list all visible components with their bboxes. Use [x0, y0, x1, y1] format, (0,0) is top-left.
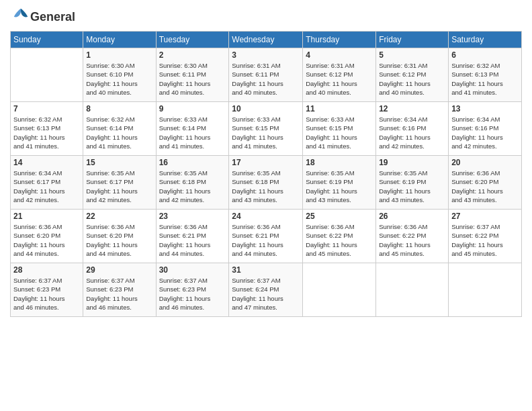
day-number: 9 [159, 104, 226, 113]
day-detail: Sunrise: 6:31 AMSunset: 6:12 PMDaylight:… [379, 61, 445, 97]
week-row-4: 21Sunrise: 6:36 AMSunset: 6:20 PMDayligh… [11, 210, 522, 263]
day-detail: Sunrise: 6:33 AMSunset: 6:14 PMDaylight:… [159, 115, 226, 150]
day-detail: Sunrise: 6:35 AMSunset: 6:19 PMDaylight:… [306, 169, 373, 204]
day-cell: 22Sunrise: 6:36 AMSunset: 6:20 PMDayligh… [83, 210, 156, 263]
day-cell [449, 263, 522, 317]
day-cell: 13Sunrise: 6:34 AMSunset: 6:16 PMDayligh… [449, 102, 522, 156]
day-detail: Sunrise: 6:37 AMSunset: 6:23 PMDaylight:… [86, 276, 152, 312]
day-cell: 17Sunrise: 6:35 AMSunset: 6:18 PMDayligh… [229, 156, 303, 210]
day-cell [11, 48, 83, 102]
col-header-sunday: Sunday [11, 32, 83, 48]
day-number: 19 [379, 158, 445, 167]
day-detail: Sunrise: 6:30 AMSunset: 6:11 PMDaylight:… [159, 61, 226, 97]
day-cell: 14Sunrise: 6:34 AMSunset: 6:17 PMDayligh… [11, 156, 83, 210]
day-detail: Sunrise: 6:36 AMSunset: 6:22 PMDaylight:… [306, 222, 373, 258]
day-detail: Sunrise: 6:34 AMSunset: 6:16 PMDaylight:… [379, 115, 445, 150]
day-detail: Sunrise: 6:33 AMSunset: 6:15 PMDaylight:… [306, 115, 373, 150]
day-number: 8 [86, 104, 152, 113]
day-cell: 7Sunrise: 6:32 AMSunset: 6:13 PMDaylight… [11, 102, 83, 156]
day-cell: 12Sunrise: 6:34 AMSunset: 6:16 PMDayligh… [376, 102, 449, 156]
header: General [10, 7, 522, 28]
day-cell: 20Sunrise: 6:36 AMSunset: 6:20 PMDayligh… [449, 156, 522, 210]
day-detail: Sunrise: 6:34 AMSunset: 6:17 PMDaylight:… [13, 169, 80, 204]
day-number: 22 [86, 212, 152, 221]
day-cell: 24Sunrise: 6:36 AMSunset: 6:21 PMDayligh… [229, 210, 303, 263]
day-number: 26 [379, 212, 445, 221]
day-cell: 28Sunrise: 6:37 AMSunset: 6:23 PMDayligh… [11, 263, 83, 317]
day-detail: Sunrise: 6:35 AMSunset: 6:17 PMDaylight:… [86, 169, 152, 204]
day-cell: 6Sunrise: 6:32 AMSunset: 6:13 PMDaylight… [449, 48, 522, 102]
day-number: 14 [13, 158, 80, 167]
day-number: 17 [232, 158, 300, 167]
day-cell: 19Sunrise: 6:35 AMSunset: 6:19 PMDayligh… [376, 156, 449, 210]
day-number: 18 [306, 158, 373, 167]
col-header-saturday: Saturday [449, 32, 522, 48]
week-row-1: 1Sunrise: 6:30 AMSunset: 6:10 PMDaylight… [11, 48, 522, 102]
day-cell: 8Sunrise: 6:32 AMSunset: 6:14 PMDaylight… [83, 102, 156, 156]
week-row-2: 7Sunrise: 6:32 AMSunset: 6:13 PMDaylight… [11, 102, 522, 156]
day-cell: 30Sunrise: 6:37 AMSunset: 6:23 PMDayligh… [156, 263, 229, 317]
calendar-table: SundayMondayTuesdayWednesdayThursdayFrid… [10, 31, 522, 317]
day-cell: 3Sunrise: 6:31 AMSunset: 6:11 PMDaylight… [229, 48, 303, 102]
day-number: 27 [451, 212, 519, 221]
day-number: 12 [379, 104, 445, 113]
day-number: 16 [159, 158, 226, 167]
col-header-friday: Friday [376, 32, 449, 48]
week-row-3: 14Sunrise: 6:34 AMSunset: 6:17 PMDayligh… [11, 156, 522, 210]
col-header-tuesday: Tuesday [156, 32, 229, 48]
day-number: 11 [306, 104, 373, 113]
day-detail: Sunrise: 6:30 AMSunset: 6:10 PMDaylight:… [86, 61, 152, 97]
day-number: 31 [232, 265, 300, 275]
day-detail: Sunrise: 6:36 AMSunset: 6:21 PMDaylight:… [232, 222, 300, 258]
day-number: 23 [159, 212, 226, 221]
day-number: 21 [13, 212, 80, 221]
day-cell: 16Sunrise: 6:35 AMSunset: 6:18 PMDayligh… [156, 156, 229, 210]
day-detail: Sunrise: 6:37 AMSunset: 6:23 PMDaylight:… [13, 276, 80, 312]
day-number: 4 [306, 50, 373, 60]
day-detail: Sunrise: 6:33 AMSunset: 6:15 PMDaylight:… [232, 115, 300, 150]
day-detail: Sunrise: 6:34 AMSunset: 6:16 PMDaylight:… [451, 115, 519, 150]
day-cell: 31Sunrise: 6:37 AMSunset: 6:24 PMDayligh… [229, 263, 303, 317]
day-detail: Sunrise: 6:36 AMSunset: 6:20 PMDaylight:… [86, 222, 152, 258]
day-detail: Sunrise: 6:36 AMSunset: 6:20 PMDaylight:… [13, 222, 80, 258]
day-detail: Sunrise: 6:37 AMSunset: 6:24 PMDaylight:… [232, 276, 300, 312]
day-detail: Sunrise: 6:35 AMSunset: 6:19 PMDaylight:… [379, 169, 445, 204]
day-number: 20 [451, 158, 519, 167]
day-cell: 4Sunrise: 6:31 AMSunset: 6:12 PMDaylight… [303, 48, 376, 102]
page-container: General SundayMondayTuesdayWednesdayThur… [0, 0, 532, 324]
day-detail: Sunrise: 6:37 AMSunset: 6:22 PMDaylight:… [451, 222, 519, 258]
day-detail: Sunrise: 6:36 AMSunset: 6:21 PMDaylight:… [159, 222, 226, 258]
day-number: 25 [306, 212, 373, 221]
col-header-monday: Monday [83, 32, 156, 48]
day-cell [303, 263, 376, 317]
day-number: 13 [451, 104, 519, 113]
day-cell: 25Sunrise: 6:36 AMSunset: 6:22 PMDayligh… [303, 210, 376, 263]
day-cell: 29Sunrise: 6:37 AMSunset: 6:23 PMDayligh… [83, 263, 156, 317]
day-cell: 18Sunrise: 6:35 AMSunset: 6:19 PMDayligh… [303, 156, 376, 210]
logo-icon [11, 7, 30, 26]
day-number: 15 [86, 158, 152, 167]
day-cell: 11Sunrise: 6:33 AMSunset: 6:15 PMDayligh… [303, 102, 376, 156]
day-cell: 2Sunrise: 6:30 AMSunset: 6:11 PMDaylight… [156, 48, 229, 102]
day-number: 7 [13, 104, 80, 113]
day-cell: 1Sunrise: 6:30 AMSunset: 6:10 PMDaylight… [83, 48, 156, 102]
day-detail: Sunrise: 6:35 AMSunset: 6:18 PMDaylight:… [159, 169, 226, 204]
day-detail: Sunrise: 6:36 AMSunset: 6:20 PMDaylight:… [451, 169, 519, 204]
day-number: 29 [86, 265, 152, 275]
day-cell: 23Sunrise: 6:36 AMSunset: 6:21 PMDayligh… [156, 210, 229, 263]
day-detail: Sunrise: 6:31 AMSunset: 6:12 PMDaylight:… [306, 61, 373, 97]
day-number: 2 [159, 50, 226, 60]
day-cell: 21Sunrise: 6:36 AMSunset: 6:20 PMDayligh… [11, 210, 83, 263]
header-row: SundayMondayTuesdayWednesdayThursdayFrid… [11, 32, 522, 48]
day-cell [376, 263, 449, 317]
col-header-thursday: Thursday [303, 32, 376, 48]
day-number: 28 [13, 265, 80, 275]
day-detail: Sunrise: 6:31 AMSunset: 6:11 PMDaylight:… [232, 61, 300, 97]
col-header-wednesday: Wednesday [229, 32, 303, 48]
day-detail: Sunrise: 6:35 AMSunset: 6:18 PMDaylight:… [232, 169, 300, 204]
day-cell: 27Sunrise: 6:37 AMSunset: 6:22 PMDayligh… [449, 210, 522, 263]
day-detail: Sunrise: 6:32 AMSunset: 6:13 PMDaylight:… [13, 115, 80, 150]
day-number: 5 [379, 50, 445, 60]
day-detail: Sunrise: 6:32 AMSunset: 6:14 PMDaylight:… [86, 115, 152, 150]
logo: General [10, 7, 75, 28]
